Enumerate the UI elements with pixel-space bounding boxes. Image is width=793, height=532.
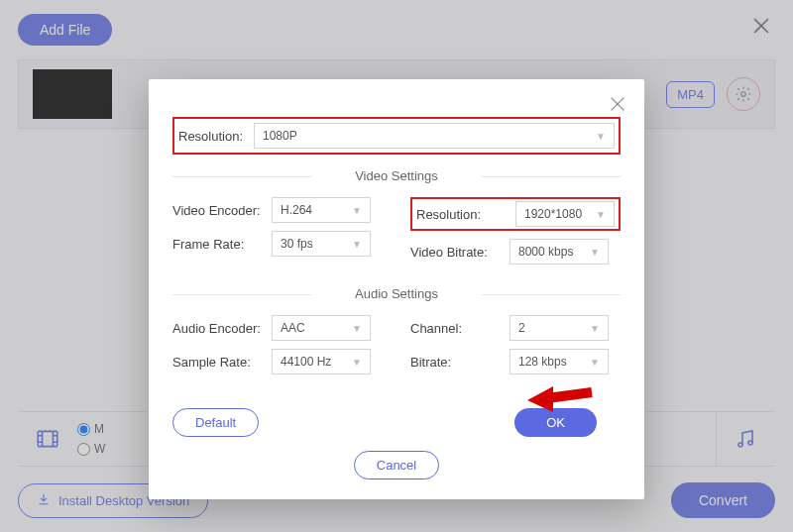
chevron-down-icon: ▼: [352, 239, 362, 250]
video-encoder-label: Video Encoder:: [172, 203, 272, 218]
sample-rate-dropdown[interactable]: 44100 Hz▼: [272, 349, 371, 374]
video-resolution-row: Resolution: 1920*1080▼: [410, 197, 621, 231]
chevron-down-icon: ▼: [352, 357, 362, 368]
video-bitrate-label: Video Bitrate:: [410, 245, 510, 260]
audio-bitrate-label: Bitrate:: [410, 355, 510, 370]
default-button[interactable]: Default: [172, 408, 259, 437]
video-encoder-dropdown[interactable]: H.264▼: [272, 197, 371, 223]
top-resolution-row: Resolution: 1080P ▼: [172, 117, 621, 155]
settings-modal: Resolution: 1080P ▼ Video Settings Video…: [149, 79, 644, 499]
ok-button[interactable]: OK: [514, 408, 597, 437]
cancel-button[interactable]: Cancel: [354, 451, 439, 479]
channel-dropdown[interactable]: 2▼: [510, 315, 609, 341]
chevron-down-icon: ▼: [590, 357, 600, 368]
modal-close-icon[interactable]: [607, 93, 628, 115]
chevron-down-icon: ▼: [590, 323, 600, 334]
audio-bitrate-dropdown[interactable]: 128 kbps▼: [510, 349, 609, 374]
chevron-down-icon: ▼: [352, 323, 362, 334]
audio-settings-title: Audio Settings: [172, 286, 621, 301]
top-resolution-label: Resolution:: [178, 129, 254, 144]
audio-encoder-label: Audio Encoder:: [172, 321, 272, 336]
chevron-down-icon: ▼: [352, 205, 362, 216]
video-settings-title: Video Settings: [172, 168, 621, 183]
audio-encoder-dropdown[interactable]: AAC▼: [272, 315, 371, 341]
chevron-down-icon: ▼: [596, 209, 606, 220]
top-resolution-dropdown[interactable]: 1080P ▼: [254, 123, 615, 149]
channel-label: Channel:: [410, 321, 510, 336]
video-bitrate-dropdown[interactable]: 8000 kbps▼: [510, 239, 609, 265]
frame-rate-dropdown[interactable]: 30 fps▼: [272, 231, 371, 257]
sample-rate-label: Sample Rate:: [172, 355, 272, 370]
chevron-down-icon: ▼: [590, 247, 600, 258]
video-resolution-label: Resolution:: [416, 207, 515, 222]
video-resolution-dropdown[interactable]: 1920*1080▼: [515, 201, 615, 227]
chevron-down-icon: ▼: [596, 131, 606, 142]
frame-rate-label: Frame Rate:: [172, 237, 272, 252]
